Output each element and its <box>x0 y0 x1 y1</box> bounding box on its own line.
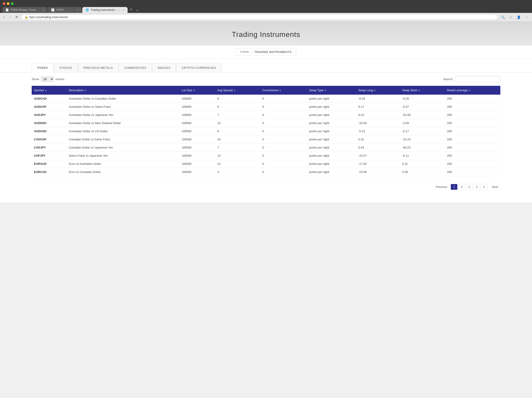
col-swap_long[interactable]: Swap Long⇅ <box>356 86 400 95</box>
cell-swap_long: -23.58 <box>356 168 400 176</box>
tab-label: FXPN <box>56 8 75 12</box>
cell-lot_size: 100000 <box>179 152 215 160</box>
search-box: Search: <box>443 76 500 82</box>
cell-description: Australian Dollar vs Canadian Dollar <box>66 95 179 103</box>
breadcrumb-separator: › <box>251 50 252 54</box>
browser-tab[interactable]: 📄FXPN Review, Forex Broker&...✕ <box>2 7 48 13</box>
pagination: Previous 12345 Next <box>0 181 532 193</box>
traffic-light-yellow[interactable] <box>7 2 10 5</box>
next-button[interactable]: Next <box>490 184 500 189</box>
table-row: AUDCADAustralian Dollar vs Canadian Doll… <box>32 95 500 103</box>
col-retail_leverage[interactable]: Retail Leverage⇅ <box>445 86 500 95</box>
menu-button[interactable]: ⋮ <box>524 14 530 20</box>
cell-commission: 0 <box>260 127 307 135</box>
cell-avg_spread: 7 <box>215 144 260 152</box>
col-lot_size[interactable]: Lot Size⇅ <box>179 86 215 95</box>
col-avg_spread[interactable]: Avg Spread⇅ <box>215 86 260 95</box>
cell-description: Australian Dollar vs Japanese Yen <box>66 111 179 119</box>
cell-swap_long: 0.31 <box>356 135 400 144</box>
cell-swap_long: -8.28 <box>356 95 400 103</box>
cell-symbol: AUDUSD <box>32 127 66 135</box>
cell-description: Australian Dollar vs US Dollar <box>66 127 179 135</box>
profile-button[interactable]: 👤 <box>515 14 522 20</box>
entries-select[interactable]: 102550100 <box>41 76 54 82</box>
cell-swap_type: points per night <box>307 95 356 103</box>
col-description[interactable]: Description⇅ <box>66 86 179 95</box>
previous-button[interactable]: Previous <box>434 184 450 189</box>
breadcrumb-bar: FXPN › TRADING INSTRUMENTS <box>0 46 532 59</box>
instrument-tab-stocks[interactable]: STOCKS <box>54 63 78 72</box>
table-row: AUDUSDAustralian Dollar vs US Dollar1000… <box>32 127 500 135</box>
cell-swap_long: -10.93 <box>356 119 400 127</box>
col-commission[interactable]: Commission⇅ <box>260 86 307 95</box>
back-button[interactable]: ‹ <box>2 15 6 20</box>
breadcrumb-fxpn[interactable]: FXPN <box>241 50 249 54</box>
cell-swap_type: points per night <box>307 152 356 160</box>
sort-icon: ▲ <box>44 89 47 92</box>
instrument-tab-precious-metals[interactable]: PRECIOUS METALS <box>78 63 119 72</box>
cell-commission: 0 <box>260 119 307 127</box>
cell-retail_leverage: 200 <box>445 144 500 152</box>
cell-avg_spread: 9 <box>215 103 260 111</box>
search-input[interactable] <box>455 76 500 82</box>
cell-symbol: CHFJPY <box>32 152 66 160</box>
instrument-tab-forex[interactable]: FOREX <box>32 63 54 72</box>
cell-avg_spread: 6 <box>215 127 260 135</box>
cell-commission: 0 <box>260 152 307 160</box>
cell-swap_short: -32.08 <box>400 111 445 119</box>
page-btn-5[interactable]: 5 <box>481 184 488 190</box>
page-btn-2[interactable]: 2 <box>458 184 465 190</box>
browser-tab[interactable]: 📈FXPN✕ <box>48 7 82 13</box>
browser-tab[interactable]: 🌐Trading Instruments – FXPN✕ <box>82 7 127 13</box>
instrument-tab-crypto-currencies[interactable]: CRYPTO CURRENCIES <box>176 63 222 72</box>
cell-commission: 0 <box>260 168 307 176</box>
traffic-light-red[interactable] <box>3 2 6 5</box>
col-symbol[interactable]: Symbol▲ <box>32 86 66 95</box>
tab-overflow-button[interactable]: » <box>135 8 140 13</box>
col-swap_type[interactable]: Swap Type⇅ <box>307 86 356 95</box>
traffic-light-green[interactable] <box>11 2 13 5</box>
cell-lot_size: 100000 <box>179 168 215 176</box>
cell-swap_short: -15.23 <box>400 135 445 144</box>
cell-swap_type: points per night <box>307 103 356 111</box>
forward-button[interactable]: › <box>8 15 12 20</box>
tab-close-icon[interactable]: ✕ <box>43 9 44 11</box>
cell-swap_long: 0.44 <box>356 144 400 152</box>
search-label: Search: <box>443 78 453 81</box>
tab-close-icon[interactable]: ✕ <box>123 9 124 11</box>
instrument-tab-commodities[interactable]: COMMODITIES <box>119 63 152 72</box>
tab-favicon: 📄 <box>6 8 9 12</box>
bookmark-button[interactable]: ☆ <box>508 14 514 20</box>
col-swap_short[interactable]: Swap Short⇅ <box>400 86 445 95</box>
cell-swap_type: points per night <box>307 127 356 135</box>
search-button[interactable]: 🔍 <box>500 14 506 20</box>
cell-description: Australian Dollar vs New Zealand Dollar <box>66 119 179 127</box>
cell-description: Euro vs Canadian Dollar <box>66 168 179 176</box>
new-tab-button[interactable]: + <box>128 6 134 13</box>
cell-retail_leverage: 200 <box>445 168 500 176</box>
tab-close-icon[interactable]: ✕ <box>77 9 79 11</box>
page-btn-1[interactable]: 1 <box>451 184 457 190</box>
cell-symbol: AUDJPY <box>32 111 66 119</box>
cell-symbol: CADCHF <box>32 135 66 144</box>
instrument-tab-indices[interactable]: INDICES <box>152 63 176 72</box>
cell-swap_long: -15.57 <box>356 152 400 160</box>
page-btn-4[interactable]: 4 <box>473 184 480 190</box>
cell-swap_short: 0.31 <box>400 160 445 168</box>
table-row: EURAUDEuro vs Australian Dollar100000120… <box>32 160 500 168</box>
page-btn-3[interactable]: 3 <box>466 184 473 190</box>
address-bar[interactable]: 🔒 fxpn.com/trading-instruments/ <box>21 14 498 20</box>
cell-description: Canadian Dollar vs Swiss Franc <box>66 135 179 144</box>
show-label: Show <box>32 78 39 81</box>
cell-lot_size: 100000 <box>179 95 215 103</box>
tab-label: Trading Instruments – FXPN <box>91 8 121 12</box>
cell-retail_leverage: 200 <box>445 111 500 119</box>
page-title: Trading Instruments <box>5 30 527 39</box>
cell-swap_short: -0.26 <box>400 95 445 103</box>
cell-swap_type: points per night <box>307 168 356 176</box>
cell-lot_size: 100000 <box>179 144 215 152</box>
cell-retail_leverage: 200 <box>445 95 500 103</box>
cell-avg_spread: 8 <box>215 95 260 103</box>
cell-retail_leverage: 200 <box>445 152 500 160</box>
refresh-button[interactable]: ✕ <box>14 14 19 20</box>
